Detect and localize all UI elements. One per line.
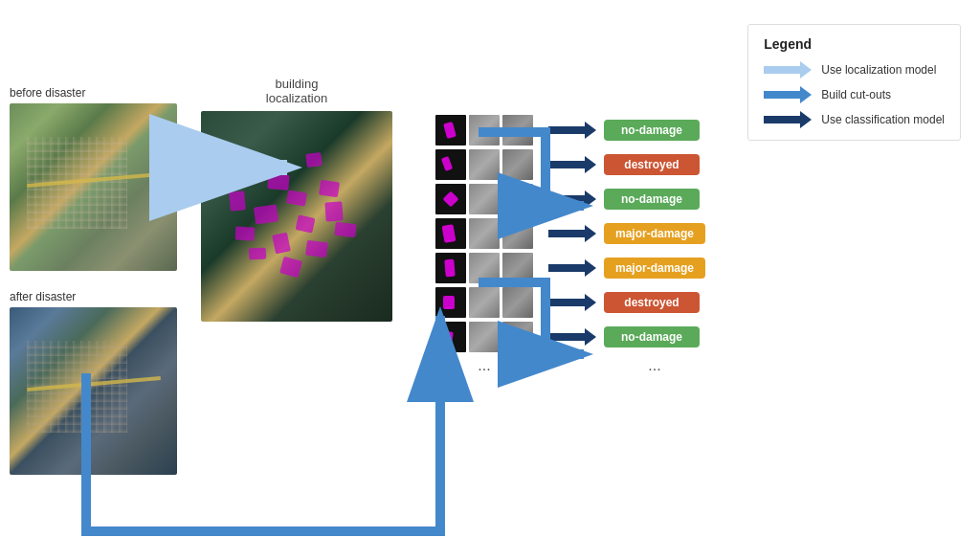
damage-label-6: destroyed [604, 292, 700, 313]
cutout-dots: ... [435, 356, 533, 375]
light-arrow-icon [764, 61, 812, 78]
before-cutout-2 [469, 149, 500, 180]
mask-cutout-4 [435, 218, 466, 249]
mask-cutout-6 [435, 287, 466, 318]
before-label: before disaster [10, 86, 85, 100]
arrow-row-1 [548, 115, 596, 146]
legend-title: Legend [764, 36, 945, 52]
cutout-row-7 [435, 322, 533, 352]
mask-cutout-5 [435, 253, 466, 283]
arrow-row-2 [548, 149, 596, 180]
before-cutout-3 [469, 184, 500, 214]
medium-arrow-icon [764, 86, 812, 103]
arrow-row-7 [548, 322, 596, 352]
damage-label-4: major-damage [604, 223, 705, 244]
damage-label-1: no-damage [604, 120, 700, 141]
right-section: ... [435, 115, 705, 375]
legend-text-1: Use localization model [821, 63, 936, 77]
cutout-row-3 [435, 184, 533, 214]
arrow-row-4 [548, 218, 596, 249]
after-cutout-7 [502, 322, 533, 352]
label-row-1: no-damage [604, 115, 705, 146]
legend-text-2: Build cut-outs [821, 88, 891, 101]
damage-label-3: no-damage [604, 189, 700, 210]
dark-arrow-1 [548, 115, 596, 146]
cutout-row-1 [435, 115, 533, 146]
mask-cutout-7 [435, 322, 466, 352]
damage-label-5: major-damage [604, 258, 705, 279]
cutout-row-6 [435, 287, 533, 318]
label-row-7: no-damage [604, 322, 705, 352]
mask-cutout-3 [435, 184, 466, 214]
legend: Legend Use localization model Build cut-… [747, 24, 961, 141]
legend-item-1: Use localization model [764, 61, 945, 78]
localization-label: building localization [266, 77, 327, 105]
after-image-block: after disaster [10, 290, 177, 475]
before-cutout-1 [469, 115, 500, 146]
mask-cutout-2 [435, 149, 466, 180]
center-column: building localization [201, 77, 392, 322]
cutout-row-4 [435, 218, 533, 249]
arrow-row-3 [548, 184, 596, 214]
after-cutout-5 [502, 253, 533, 283]
after-satellite-image [10, 307, 177, 475]
before-satellite-image [10, 103, 177, 271]
legend-item-3: Use classification model [764, 111, 945, 128]
before-cutout-5 [469, 253, 500, 283]
dark-arrow-4 [548, 218, 596, 249]
label-row-2: destroyed [604, 149, 705, 180]
mask-cutout-1 [435, 115, 466, 146]
dark-arrow-icon [764, 111, 812, 128]
dark-arrow-6 [548, 287, 596, 318]
arrow-dots [548, 356, 596, 375]
cutout-row-5 [435, 253, 533, 283]
label-row-4: major-damage [604, 218, 705, 249]
label-row-3: no-damage [604, 184, 705, 214]
dark-arrow-7 [548, 322, 596, 352]
classification-arrows-column [548, 115, 596, 375]
left-column: before disaster after disaster [10, 86, 177, 475]
cutouts-column: ... [435, 115, 533, 375]
after-cutout-6 [502, 287, 533, 318]
damage-label-2: destroyed [604, 154, 700, 175]
before-cutout-7 [469, 322, 500, 352]
labels-column: no-damage destroyed no-damage major-dama… [604, 115, 705, 375]
main-container: before disaster after disaster building … [0, 0, 980, 560]
arrow-row-5 [548, 253, 596, 283]
legend-text-3: Use classification model [821, 113, 945, 126]
label-row-6: destroyed [604, 287, 705, 318]
arrow-row-6 [548, 287, 596, 318]
label-row-5: major-damage [604, 253, 705, 283]
labels-dots: ... [604, 356, 705, 375]
after-cutout-3 [502, 184, 533, 214]
before-cutout-4 [469, 218, 500, 249]
cutout-row-2 [435, 149, 533, 180]
after-cutout-1 [502, 115, 533, 146]
localization-image [201, 111, 392, 322]
after-label: after disaster [10, 290, 76, 303]
dark-arrow-3 [548, 184, 596, 214]
after-cutout-4 [502, 218, 533, 249]
damage-label-7: no-damage [604, 326, 700, 347]
after-cutout-2 [502, 149, 533, 180]
dark-arrow-2 [548, 149, 596, 180]
before-cutout-6 [469, 287, 500, 318]
before-image-block: before disaster [10, 86, 177, 271]
dark-arrow-5 [548, 253, 596, 283]
legend-item-2: Build cut-outs [764, 86, 945, 103]
